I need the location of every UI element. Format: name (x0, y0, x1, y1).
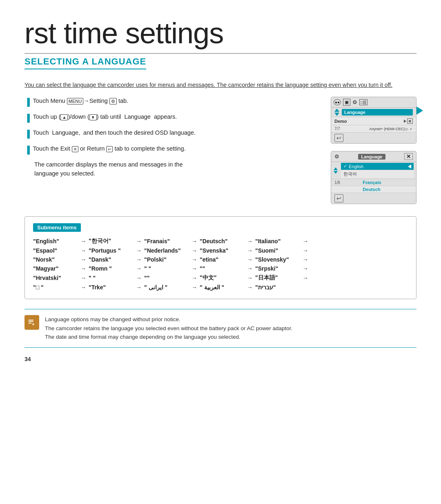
step-bullet-4: ▐ (24, 144, 30, 155)
step-indent-text: The camcorder displays the menus and mes… (34, 160, 318, 178)
ui-mockup-language: ⚙ Language ✕ ✓ English 한국어 (331, 151, 416, 204)
note-text: Language options may be changed without … (45, 315, 292, 342)
language-deutsch[interactable]: Deutsch (359, 187, 413, 192)
step-bullet-1: ▐ (24, 97, 30, 108)
step-text-2: Touch up (▲)/down (▼) tab until Language… (33, 113, 177, 122)
ui-screenshots: ●● ▣ ⚙ □||| Language Demo (331, 97, 416, 204)
lang-row-4: "Magyar" → "Romn " → " " → "" → "Srpski"… (33, 265, 408, 272)
lang-row-6: "□ " → "Trke" → " ايرانى " → " العربية "… (33, 284, 408, 291)
step-1: ▐ Touch Menu MENU→Setting ⚙ tab. (24, 97, 318, 108)
instructions-area: ▐ Touch Menu MENU→Setting ⚙ tab. ▐ Touch… (24, 97, 318, 204)
step-bullet-2: ▐ (24, 113, 30, 124)
note-line-1: Language options may be changed without … (45, 316, 180, 322)
step-4: ▐ Touch the Exit ✕ or Return ↩ tab to co… (24, 144, 318, 155)
pointer-triangle-1 (416, 107, 423, 115)
note-line-2: The camcorder retains the language you s… (45, 325, 292, 331)
lang-row-1: "English" → "한국어" → "Franais" → "Deutsch… (33, 238, 408, 245)
close-button[interactable]: ✕ (404, 153, 413, 160)
lang-row-5: "Hrvatski" → " " → "" → "中文" → "日本語" → (33, 274, 408, 282)
language-title-bar: Language (358, 154, 386, 160)
note-section: Language options may be changed without … (24, 309, 416, 348)
lang-row-2: "Espaol" → "Portugus " → "Nederlands" → … (33, 247, 408, 254)
page-number: 34 (24, 356, 416, 362)
step-text-3: Touch Language, and then touch the desir… (33, 129, 196, 138)
step-text-1: Touch Menu MENU→Setting ⚙ tab. (33, 97, 128, 106)
note-icon (24, 315, 39, 330)
language-francais[interactable]: Français (359, 180, 413, 185)
submenu-section: Submenu items "English" → "한국어" → "Frana… (24, 216, 416, 299)
page-title: rst time settings (24, 16, 416, 54)
language-grid: "English" → "한국어" → "Franais" → "Deutsch… (33, 238, 408, 291)
intro-text: You can select the language the camcorde… (24, 81, 416, 89)
step-3: ▐ Touch Language, and then touch the des… (24, 129, 318, 140)
step-2: ▐ Touch up (▲)/down (▼) tab until Langua… (24, 113, 318, 124)
step-text-4: Touch the Exit ✕ or Return ↩ tab to comp… (33, 144, 186, 153)
language-korean[interactable]: 한국어 (341, 170, 414, 178)
step-bullet-3: ▐ (24, 129, 30, 140)
note-line-3: The date and time format may change depe… (45, 334, 241, 340)
section-heading: SELECTING A LANGUAGE (24, 56, 146, 69)
ui-mockup-menu: ●● ▣ ⚙ □||| Language Demo (331, 97, 416, 144)
submenu-header: Submenu items (33, 223, 81, 232)
lang-row-3: "Norsk" → "Dansk" → "Polski" → "etina" →… (33, 256, 408, 263)
language-english-selected[interactable]: ✓ English (341, 163, 414, 170)
menu-language-item[interactable]: Language (342, 109, 413, 115)
